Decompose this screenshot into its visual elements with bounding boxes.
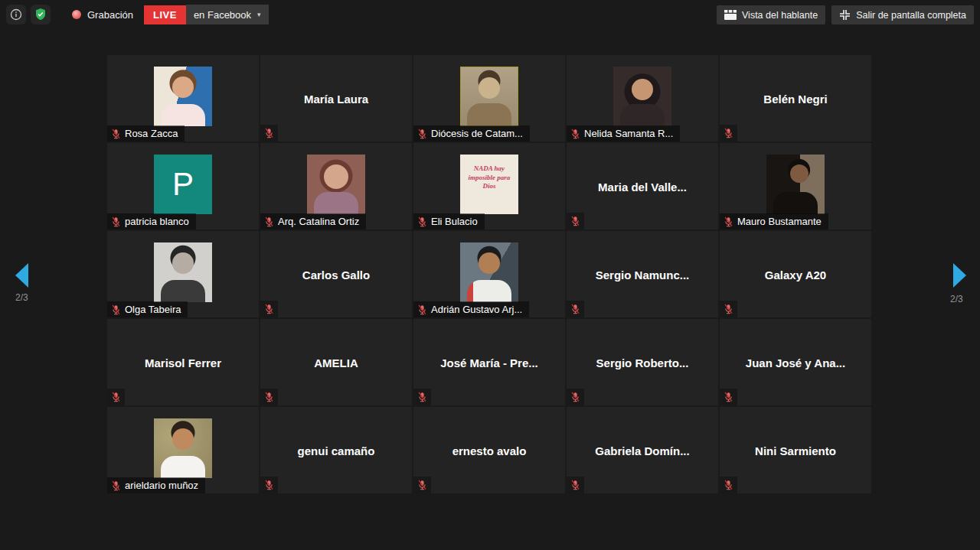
participant-mute-indicator (260, 125, 278, 142)
muted-mic-icon (264, 392, 274, 402)
participant-tile[interactable]: genui camaño (260, 407, 412, 493)
participant-video-thumbnail (613, 67, 671, 126)
meeting-info-button[interactable] (6, 5, 26, 24)
participant-tile[interactable]: AMELIA (260, 319, 412, 405)
participant-name: Eli Bulacio (431, 216, 478, 227)
recording-dot-icon (72, 10, 81, 19)
live-destination-label: en Facebook (194, 9, 251, 21)
info-icon (10, 8, 22, 21)
participant-mute-indicator (260, 389, 278, 405)
participant-mute-indicator (260, 301, 278, 317)
participant-tile[interactable]: Maria del Valle... (567, 143, 718, 229)
participant-name: patricia blanco (125, 216, 189, 227)
participant-tile[interactable]: Diócesis de Catam... (413, 55, 565, 142)
participant-mute-indicator (567, 389, 584, 405)
participant-nameplate: Rosa Zacca (107, 125, 185, 142)
muted-mic-icon (417, 304, 427, 315)
participant-mute-indicator (260, 477, 278, 493)
participant-tile[interactable]: María Laura (260, 55, 412, 142)
muted-mic-icon (570, 304, 580, 314)
participant-nameplate: Olga Tabeira (107, 301, 188, 317)
participant-name: Diócesis de Catam... (431, 128, 523, 139)
dropdown-caret-icon: ▾ (257, 11, 261, 18)
participant-name: arieldario muñoz (125, 480, 198, 491)
muted-mic-icon (417, 392, 427, 402)
participant-tile[interactable]: Galaxy A20 (720, 231, 871, 317)
muted-mic-icon (264, 216, 274, 227)
participant-mute-indicator (720, 389, 737, 405)
participant-mute-indicator (567, 477, 584, 493)
participant-name: Arq. Catalina Ortiz (278, 216, 359, 227)
participant-name: Sergio Roberto... (596, 356, 689, 369)
participant-video-thumbnail: P (154, 155, 212, 214)
participant-name: Rosa Zacca (125, 128, 178, 139)
muted-mic-icon (724, 392, 733, 402)
bottom-toolbar: Cancelar silenciar ahora Iniciar video (0, 504, 980, 550)
participant-name: AMELIA (314, 356, 358, 369)
recording-label: Grabación (87, 9, 133, 21)
participant-name: Olga Tabeira (125, 304, 181, 315)
muted-mic-icon (570, 392, 580, 402)
participant-name: Carlos Gallo (302, 268, 370, 281)
participant-mute-indicator (720, 125, 737, 142)
avatar-caption: NADA hay imposible para Dios (460, 155, 518, 191)
speaker-view-button[interactable]: Vista del hablante (717, 5, 825, 24)
exit-fullscreen-button[interactable]: Salir de pantalla completa (831, 5, 974, 24)
participant-name: Marisol Ferrer (145, 356, 221, 369)
live-destination-dropdown[interactable]: en Facebook ▾ (186, 5, 269, 24)
exit-fullscreen-label: Salir de pantalla completa (856, 10, 966, 21)
participant-tile[interactable]: Sergio Roberto... (567, 319, 718, 405)
participant-nameplate: Diócesis de Catam... (413, 125, 530, 142)
participant-tile[interactable]: Nini Sarmiento (720, 407, 871, 493)
participant-video-thumbnail (766, 155, 825, 214)
participant-mute-indicator (567, 301, 584, 317)
participant-tile[interactable]: Carlos Gallo (260, 231, 412, 317)
participant-name: Adrián Gustavo Arj... (431, 304, 522, 315)
muted-mic-icon (417, 480, 427, 490)
participant-tile[interactable]: Sergio Namunc... (567, 231, 718, 317)
top-bar: Grabación LIVE en Facebook ▾ Vista del h… (0, 0, 980, 29)
participant-nameplate: Adrián Gustavo Arj... (413, 301, 529, 317)
participant-tile[interactable]: ernesto avalo (413, 407, 565, 493)
participant-mute-indicator (413, 389, 431, 405)
participant-name: Maria del Valle... (598, 180, 687, 193)
participant-tile[interactable]: Juan José y Ana... (720, 319, 871, 405)
participant-name: Belén Negri (763, 92, 827, 105)
participant-tile[interactable]: Nelida Samanta R... (567, 55, 718, 142)
participant-tile[interactable]: Rosa Zacca (107, 55, 259, 142)
participant-tile[interactable]: Olga Tabeira (107, 231, 259, 317)
security-button[interactable] (31, 5, 51, 24)
participant-nameplate: Mauro Bustamante (720, 213, 828, 229)
muted-mic-icon (264, 128, 274, 138)
muted-mic-icon (111, 216, 121, 227)
participant-tile[interactable]: arieldario muñoz (107, 407, 259, 493)
participant-nameplate: patricia blanco (107, 213, 196, 229)
participant-tile[interactable]: Ppatricia blanco (107, 143, 259, 229)
participant-name: María Laura (304, 92, 368, 105)
participant-video-thumbnail (460, 67, 518, 126)
page-next-icon[interactable] (953, 263, 966, 288)
participant-tile[interactable]: Gabriela Domín... (567, 407, 718, 493)
muted-mic-icon (570, 216, 580, 226)
participant-nameplate: Arq. Catalina Ortiz (260, 213, 366, 229)
muted-mic-icon (111, 392, 121, 402)
muted-mic-icon (724, 128, 733, 138)
participant-video-thumbnail (154, 67, 212, 126)
participant-tile[interactable]: Mauro Bustamante (720, 143, 871, 229)
participant-tile[interactable]: José María - Pre... (413, 319, 565, 405)
page-prev-icon[interactable] (15, 263, 28, 288)
participant-tile[interactable]: Arq. Catalina Ortiz (260, 143, 412, 229)
top-bar-left: Grabación LIVE en Facebook ▾ (6, 5, 269, 24)
participant-tile[interactable]: Belén Negri (720, 55, 871, 142)
participant-nameplate: Nelida Samanta R... (567, 125, 680, 142)
muted-mic-icon (111, 480, 121, 491)
participant-nameplate: arieldario muñoz (107, 477, 205, 493)
participant-tile[interactable]: Marisol Ferrer (107, 319, 259, 405)
participant-tile[interactable]: NADA hay imposible para DiosEli Bulacio (413, 143, 565, 229)
exit-fullscreen-icon (839, 9, 851, 21)
live-badge: LIVE (144, 5, 186, 24)
participant-video-thumbnail (307, 155, 365, 214)
participant-video-thumbnail: NADA hay imposible para Dios (460, 155, 518, 214)
participant-tile[interactable]: Adrián Gustavo Arj... (413, 231, 565, 317)
muted-mic-icon (417, 129, 427, 139)
